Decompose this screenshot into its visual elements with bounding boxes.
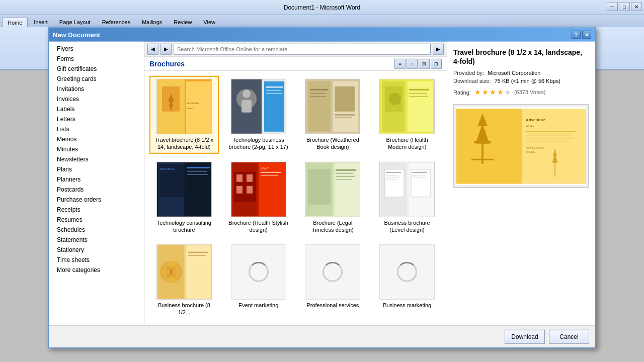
preview-title: Travel brochure (8 1/2 x 14, landscape, … (453, 48, 589, 66)
sidebar-item-planners[interactable]: Planners (49, 174, 144, 185)
svg-rect-69 (386, 171, 401, 172)
word-title: Document1 - Microsoft Word (284, 4, 361, 11)
svg-text:America is not a: America is not a (526, 146, 544, 149)
svg-text:mistake...: mistake... (526, 150, 536, 153)
svg-rect-62 (336, 172, 353, 173)
view-large-button[interactable]: ⊡ (431, 58, 442, 68)
view-sort-button[interactable]: ↕ (407, 58, 418, 68)
tab-references[interactable]: References (97, 17, 136, 27)
template-thumb-business-level (379, 161, 435, 217)
tab-mailings[interactable]: Mailings (136, 17, 168, 27)
template-tech-business[interactable]: Technology business brochure (2-pg, 11 x… (224, 76, 293, 154)
template-business-marketing[interactable]: Business marketing (372, 241, 442, 319)
back-button[interactable]: ◀ (147, 43, 158, 54)
sidebar-item-more-categories[interactable]: More categories (49, 265, 144, 275)
template-business-12[interactable]: Business brochure (8 1/2... (149, 241, 219, 319)
cancel-button[interactable]: Cancel (549, 329, 589, 343)
view-list-button[interactable]: ≡ (394, 58, 406, 68)
tab-page-layout[interactable]: Page Layout (54, 17, 96, 27)
svg-rect-26 (335, 117, 352, 118)
svg-rect-100 (526, 138, 574, 139)
template-thumb-health-modern (379, 79, 435, 134)
svg-rect-72 (386, 178, 397, 179)
sidebar-item-postcards[interactable]: Postcards (49, 185, 144, 195)
sidebar-item-schedules[interactable]: Schedules (49, 225, 144, 235)
svg-rect-24 (310, 96, 327, 97)
sidebar-item-stationery[interactable]: Stationery (49, 245, 144, 255)
sidebar-item-newsletters[interactable]: Newsletters (49, 154, 144, 164)
sidebar-item-plans[interactable]: Plans (49, 164, 144, 174)
preview-panel: Travel brochure (8 1/2 x 14, landscape, … (447, 42, 595, 325)
template-event-marketing[interactable]: Event marketing (224, 241, 293, 319)
section-title: Brochures (149, 59, 185, 67)
tab-home[interactable]: Home (2, 18, 28, 27)
svg-rect-51 (236, 186, 243, 193)
template-thumb-weathered (305, 79, 360, 134)
svg-rect-79 (186, 245, 211, 299)
sidebar-item-letters[interactable]: Letters (49, 114, 144, 124)
provided-by-value: Microsoft Corporation (488, 70, 540, 76)
svg-text:Works: Works (187, 107, 193, 110)
svg-rect-25 (335, 114, 355, 116)
template-health-stylish[interactable]: HEALTH Brochure (Health Stylish design) (224, 158, 293, 236)
sidebar-item-gift-certificates[interactable]: Gift certificates (49, 64, 144, 74)
minimize-button[interactable]: ─ (607, 2, 618, 11)
spinner-business-marketing (379, 244, 435, 300)
template-label-professional: Professional services (306, 302, 359, 309)
search-input[interactable] (174, 43, 431, 54)
download-button[interactable]: Download (505, 329, 545, 343)
svg-rect-44 (187, 170, 207, 171)
svg-rect-70 (386, 174, 398, 175)
template-professional-services[interactable]: Professional services (298, 241, 368, 319)
sidebar-item-statements[interactable]: Statements (49, 235, 144, 245)
dialog-help-button[interactable]: ? (572, 31, 581, 39)
search-go-button[interactable]: ▶ (433, 43, 444, 54)
maximize-button[interactable]: □ (619, 2, 630, 11)
tab-review[interactable]: Review (168, 17, 197, 27)
sidebar-item-memos[interactable]: Memos (49, 134, 144, 144)
preview-provider: Provided by: Microsoft Corporation (453, 70, 589, 76)
svg-rect-49 (236, 174, 243, 182)
template-legal[interactable]: Brochure (Legal Timeless design) (298, 158, 368, 236)
svg-rect-99 (526, 135, 571, 136)
close-word-button[interactable]: ✕ (631, 2, 642, 11)
svg-rect-86 (188, 252, 208, 253)
sidebar-item-invoices[interactable]: Invoices (49, 94, 144, 104)
forward-button[interactable]: ▶ (160, 43, 172, 54)
svg-rect-15 (266, 86, 283, 88)
download-size-value: 75 KB (<1 min @ 56 Kbps) (495, 78, 560, 84)
svg-rect-75 (412, 174, 425, 175)
sidebar-item-minutes[interactable]: Minutes (49, 144, 144, 154)
sidebar-item-receipts[interactable]: Receipts (49, 205, 144, 215)
svg-rect-22 (310, 89, 328, 90)
sidebar-item-invitations[interactable]: Invitations (49, 84, 144, 94)
templates-grid-container: Adventure Works Travel brochure (8 1/2 x… (144, 71, 447, 325)
view-medium-button[interactable]: ⊞ (419, 58, 430, 68)
star-4: ★ (497, 88, 504, 96)
sidebar-item-forms[interactable]: Forms (49, 54, 144, 64)
sidebar-item-lists[interactable]: Lists (49, 124, 144, 134)
sidebar-item-time-sheets[interactable]: Time sheets (49, 255, 144, 265)
sidebar-item-resumes[interactable]: Resumes (49, 215, 144, 225)
dialog-close-button[interactable]: ✕ (582, 31, 591, 39)
sidebar-item-purchase-orders[interactable]: Purchase orders (49, 195, 144, 205)
template-travel[interactable]: Adventure Works Travel brochure (8 1/2 x… (149, 76, 219, 154)
template-weathered[interactable]: Brochure (Weathered Book design) (298, 76, 368, 154)
tab-view[interactable]: View (198, 17, 221, 27)
template-label-event-marketing: Event marketing (238, 302, 278, 309)
svg-rect-13 (242, 100, 252, 113)
sidebar-item-flyers[interactable]: Flyers (49, 44, 144, 54)
sidebar-item-labels[interactable]: Labels (49, 104, 144, 114)
template-tech-consult[interactable]: BROCHURE Technology consulting brochure (149, 158, 219, 236)
sidebar-item-greeting-cards[interactable]: Greeting cards (49, 74, 144, 84)
tab-insert[interactable]: Insert (28, 17, 53, 27)
template-health-modern[interactable]: Brochure (Health Modern design) (372, 76, 442, 154)
svg-rect-33 (409, 93, 427, 94)
template-business-level[interactable]: Business brochure (Level design) (372, 158, 442, 236)
svg-rect-37 (186, 162, 211, 216)
svg-rect-23 (310, 93, 326, 94)
svg-text:Adventure: Adventure (187, 102, 199, 105)
svg-rect-53 (259, 162, 286, 216)
template-thumb-legal (305, 161, 360, 217)
svg-rect-17 (266, 93, 282, 94)
